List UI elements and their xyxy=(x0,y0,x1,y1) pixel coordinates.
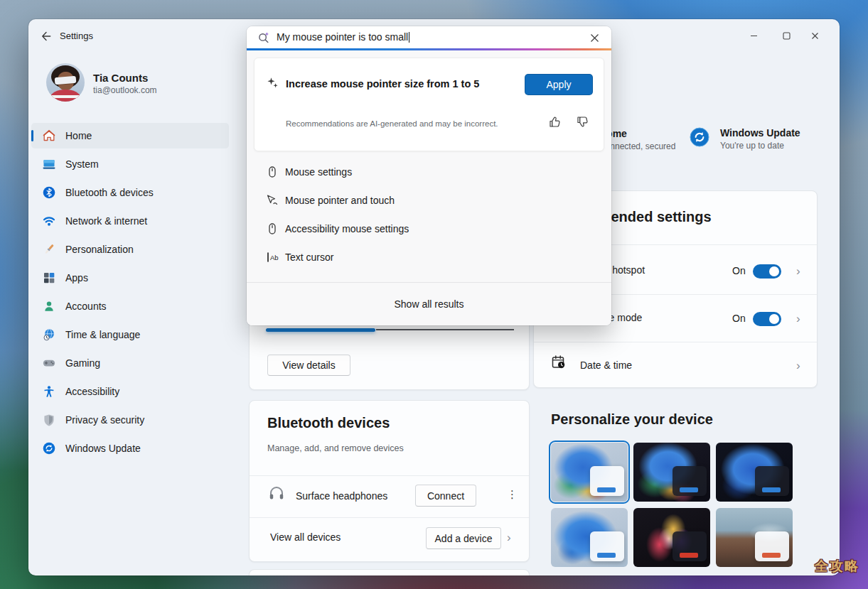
thumbs-up-button[interactable] xyxy=(548,115,564,131)
watermark: 全攻略 xyxy=(815,557,859,576)
divider xyxy=(247,282,611,283)
search-results-flyout: Increase mouse pointer size from 1 to 5 … xyxy=(247,50,611,325)
airplane-mode-toggle[interactable] xyxy=(753,312,781,326)
partial-card xyxy=(249,569,530,576)
headphones-icon xyxy=(268,485,285,502)
device-name: Surface headphones xyxy=(296,490,387,502)
accent-pill xyxy=(597,487,616,492)
theme-preview-overlay xyxy=(673,531,707,561)
airplane-mode-state: On xyxy=(732,313,746,324)
mobile-hotspot-toggle[interactable] xyxy=(753,264,781,279)
text-caret xyxy=(409,32,409,43)
theme-thumbnail-5[interactable] xyxy=(633,508,710,567)
thumbs-down-icon xyxy=(576,115,589,129)
sidebar-item-time-language[interactable]: Time & language xyxy=(31,322,229,347)
sidebar-item-personalization[interactable]: Personalization xyxy=(31,237,229,262)
gaming-icon xyxy=(43,357,55,369)
close-window-button[interactable] xyxy=(800,25,829,46)
apply-button[interactable]: Apply xyxy=(525,74,593,95)
chevron-right-icon[interactable]: › xyxy=(796,265,800,277)
thumbs-down-button[interactable] xyxy=(576,115,591,131)
sidebar-item-accessibility[interactable]: Accessibility xyxy=(31,379,229,404)
sidebar-item-bluetooth-devices[interactable]: Bluetooth & devices xyxy=(31,180,229,205)
windows-update-badge-icon xyxy=(690,127,709,147)
connect-button[interactable]: Connect xyxy=(415,485,476,507)
maximize-icon xyxy=(783,32,791,40)
clear-search-button[interactable] xyxy=(586,30,602,45)
window-title: Settings xyxy=(60,31,93,41)
chevron-right-icon[interactable]: › xyxy=(796,313,800,325)
ai-search-icon xyxy=(257,31,270,44)
profile-email: tia@outlook.com xyxy=(93,85,157,95)
home-icon xyxy=(43,129,55,142)
accent-pill xyxy=(680,487,698,492)
pointer-touch-icon xyxy=(266,194,279,207)
theme-thumbnail-3[interactable] xyxy=(716,443,793,502)
storage-bar-remaining xyxy=(376,329,514,330)
toggle-knob xyxy=(769,266,779,276)
maximize-button[interactable] xyxy=(772,25,800,46)
accent-pill xyxy=(762,553,781,558)
theme-thumbnail-4[interactable] xyxy=(551,508,628,567)
settings-window: Settings Tia Counts tia@outlook.com Home… xyxy=(28,19,840,576)
search-result-mouse-pointer-touch[interactable]: Mouse pointer and touch xyxy=(247,186,611,215)
divider xyxy=(534,342,817,342)
mouse-icon xyxy=(266,222,279,235)
theme-thumbnail-2[interactable] xyxy=(633,443,710,502)
svg-text:Ab: Ab xyxy=(270,254,279,261)
view-all-devices-label[interactable]: View all devices xyxy=(270,531,341,543)
theme-thumbnail-1[interactable] xyxy=(551,443,628,502)
selection-accent-bar xyxy=(31,130,33,141)
show-all-results[interactable]: Show all results xyxy=(247,289,611,319)
accent-pill xyxy=(762,487,781,492)
sidebar-item-gaming[interactable]: Gaming xyxy=(31,350,229,376)
minimize-icon xyxy=(750,32,758,40)
mouse-icon xyxy=(266,166,279,178)
system-icon xyxy=(43,158,55,171)
personalization-icon xyxy=(43,243,55,256)
bluetooth-devices-card: Bluetooth devices Manage, add, and remov… xyxy=(249,400,530,562)
search-result-accessibility-mouse[interactable]: Accessibility mouse settings xyxy=(247,215,611,243)
theme-thumbnail-6[interactable] xyxy=(716,508,793,567)
accounts-icon xyxy=(43,300,55,313)
divider xyxy=(250,475,529,476)
ai-recommendation-card: Increase mouse pointer size from 1 to 5 … xyxy=(254,58,604,151)
windows-update-icon xyxy=(43,442,55,455)
sidebar-item-apps[interactable]: Apps xyxy=(31,265,229,291)
text-cursor-icon: Ab xyxy=(266,251,279,264)
chevron-right-icon[interactable]: › xyxy=(507,531,511,544)
mobile-hotspot-state: On xyxy=(732,265,746,276)
date-time-icon xyxy=(551,355,567,370)
sidebar-item-network-internet[interactable]: Network & internet xyxy=(31,208,229,234)
sidebar-item-windows-update[interactable]: Windows Update xyxy=(31,436,229,461)
sidebar-item-system[interactable]: System xyxy=(31,151,229,177)
sidebar-item-home[interactable]: Home xyxy=(31,123,229,148)
more-options-icon[interactable]: ⋮ xyxy=(507,488,518,501)
sparkle-icon xyxy=(267,77,279,89)
storage-bar-used xyxy=(266,328,375,332)
chevron-right-icon[interactable]: › xyxy=(796,360,800,372)
minimize-button[interactable] xyxy=(739,25,768,46)
close-icon xyxy=(590,33,599,43)
theme-preview-overlay xyxy=(590,466,624,496)
theme-preview-overlay xyxy=(755,531,789,561)
theme-preview-overlay xyxy=(590,531,624,561)
divider xyxy=(250,517,529,518)
search-input[interactable]: My mouse pointer is too small xyxy=(247,26,611,48)
accent-pill xyxy=(680,553,698,558)
add-device-button[interactable]: Add a device xyxy=(426,527,501,549)
search-query-text: My mouse pointer is too small xyxy=(277,31,409,43)
date-time-label[interactable]: Date & time xyxy=(580,360,632,371)
search-result-text-cursor[interactable]: Ab Text cursor xyxy=(247,243,611,271)
back-button[interactable] xyxy=(38,28,54,44)
update-status-title: Windows Update xyxy=(720,127,800,139)
shield-icon xyxy=(43,414,55,426)
ai-action-text: Increase mouse pointer size from 1 to 5 xyxy=(286,78,479,90)
avatar[interactable] xyxy=(46,63,85,102)
search-result-mouse-settings[interactable]: Mouse settings xyxy=(247,158,611,186)
apps-icon xyxy=(43,271,55,284)
theme-preview-overlay xyxy=(673,466,707,496)
sidebar-item-privacy-security[interactable]: Privacy & security xyxy=(31,407,229,433)
view-details-button[interactable]: View details xyxy=(267,355,350,376)
sidebar-item-accounts[interactable]: Accounts xyxy=(31,293,229,319)
